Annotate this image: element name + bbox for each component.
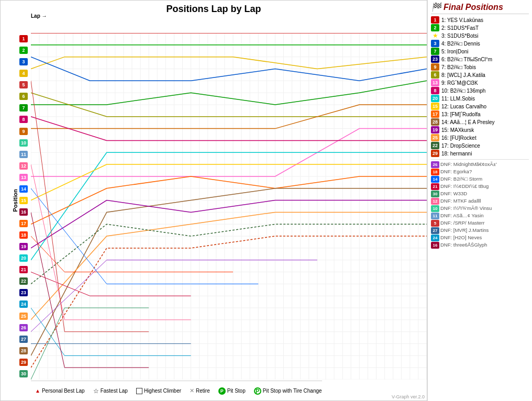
finisher-entry: 2918: hermanni — [431, 150, 529, 157]
legend-label: Retire — [196, 388, 210, 394]
y-num-14: 14 — [10, 183, 30, 195]
finisher-entry: 2814: AAã…¦ E A Presley — [431, 118, 529, 126]
dnf-entry: 5DNF: /SRP/ Masterr — [431, 220, 529, 227]
y-num-1: 1 — [10, 33, 30, 44]
dnf-badge: 30 — [431, 191, 439, 197]
pit-stop-tire-icon: P — [254, 387, 261, 395]
y-num-20: 20 — [10, 252, 30, 264]
legend-label: Fastest Lap — [101, 388, 128, 394]
pos-badge: 17 — [431, 110, 439, 118]
y-num-5: 5 — [10, 79, 30, 91]
y-num-21: 21 — [10, 264, 30, 275]
y-num-2: 2 — [10, 44, 30, 56]
finisher-entry: 139: RGˆM@Cl3K — [431, 79, 529, 86]
y-num-27: 27 — [10, 333, 30, 345]
pos-badge: 8 — [431, 87, 439, 94]
finisher-name: 11: LLM.Sobis — [441, 96, 475, 102]
dnf-badge: 12 — [431, 198, 439, 205]
dnf-entry: 30DNF: W33D — [431, 191, 529, 197]
dnf-entry: 27DNF: [MVR] J.Martins — [431, 227, 529, 234]
finisher-entry: 11: YES V.Lakūnas — [431, 16, 529, 24]
y-num-26: 26 — [10, 322, 30, 333]
pos-badge: 29 — [431, 150, 439, 157]
finisher-entry: 1915: MAXkursk — [431, 126, 529, 133]
chart-title: Positions Lap by Lap — [1, 1, 427, 16]
dnf-entry: 12DNF: MTKF adallll — [431, 198, 529, 205]
pos-badge: 28 — [431, 118, 439, 126]
chart-area: Positions Lap by Lap Lap → Position 1234… — [0, 0, 427, 401]
finisher-name: 2: S1DUS*FasT — [441, 25, 479, 31]
version-label: V-Graph ver.2.0 — [392, 394, 425, 399]
finisher-name: 17: DropScience — [441, 143, 480, 149]
legend-item: PPit Stop — [218, 387, 246, 395]
highest-climber-icon — [136, 388, 142, 394]
dnf-entry: 10DNF: ï½²ï¾'mÃ® Vinsu — [431, 205, 529, 212]
y-num-25: 25 — [10, 310, 30, 322]
y-num-23: 23 — [10, 287, 30, 298]
pit-stop-icon: P — [218, 387, 226, 395]
sidebar-title: 🏁 Final Positions — [431, 2, 529, 14]
legend-label: Personal Best Lap — [42, 388, 85, 394]
dnf-entry: 16DNF: three6ÅŠGlyph — [431, 242, 529, 249]
dnf-badge: 14 — [431, 176, 439, 183]
trophy-icon: 🏁 — [431, 2, 441, 12]
star-badge: ★ — [431, 32, 439, 39]
finisher-name: 15: MAXkursk — [441, 127, 474, 133]
pos-badge: 23 — [431, 55, 439, 63]
finisher-entry: 22: S1DUS*FasT — [431, 24, 529, 31]
y-num-3: 3 — [10, 56, 30, 68]
dnf-badge: 26 — [431, 161, 439, 168]
pos-badge: 9 — [431, 63, 439, 71]
finisher-entry: 34: B2i¾□ Dennis — [431, 40, 529, 47]
y-num-16: 16 — [10, 206, 30, 218]
pos-badge: 6 — [431, 71, 439, 79]
finisher-name: 9: RGˆM@Cl3K — [441, 80, 478, 86]
y-num-9: 9 — [10, 126, 30, 137]
finisher-entry: 75: Iron|Doni — [431, 48, 529, 55]
dnf-badge: 18 — [431, 169, 439, 175]
dnf-entry: 21DNF: ï½¢DDï½£ tBug — [431, 183, 529, 190]
finisher-name: 8: [WCL] J.A.Katila — [441, 72, 485, 78]
finishers-list: 11: YES V.Lakūnas22: S1DUS*FasT★3: S1DUS… — [431, 16, 529, 157]
legend-label: Pit Stop — [227, 388, 246, 394]
y-num-18: 18 — [10, 229, 30, 241]
finisher-entry: 236: B2i¾□ Tl‰lSnCl°m — [431, 55, 529, 63]
y-num-12: 12 — [10, 160, 30, 172]
y-num-8: 8 — [10, 114, 30, 125]
y-num-29: 29 — [10, 357, 30, 368]
legend-label: Highest Climber — [144, 388, 181, 394]
finisher-name: 1: YES V.Lakūnas — [441, 17, 483, 23]
finisher-name: 5: Iron|Doni — [441, 49, 469, 54]
dnf-entry: 18DNF: Egorka? — [431, 169, 529, 175]
dnf-entry: 14DNF: B2i¾□ Storm — [431, 176, 529, 183]
y-num-11: 11 — [10, 149, 30, 160]
finisher-name: 18: hermanni — [441, 151, 472, 157]
legend-item: Highest Climber — [136, 388, 181, 394]
finisher-name: 3: S1DUS*Botsi — [441, 33, 479, 39]
legend-item: PPit Stop with Tire Change — [254, 387, 322, 395]
y-num-28: 28 — [10, 345, 30, 357]
lap-arrow: Lap → — [31, 13, 47, 19]
fastest-lap-icon: ☆ — [93, 387, 99, 395]
dnf-entry: 11DNF: ASã…¢ Yasin — [431, 213, 529, 219]
finisher-entry: 1713: [FM]ˆRudolfa — [431, 110, 529, 118]
y-num-19: 19 — [10, 241, 30, 252]
y-num-17: 17 — [10, 218, 30, 229]
legend-label: Pit Stop with Tire Change — [263, 388, 322, 394]
legend-bar: ▲Personal Best Lap☆Fastest LapHighest Cl… — [31, 381, 322, 400]
finisher-name: 14: AAã…¦ E A Presley — [441, 119, 495, 125]
legend-item: ✕Retire — [190, 387, 210, 394]
y-num-13: 13 — [10, 172, 30, 183]
finisher-name: 12: Lucas Carvalho — [441, 104, 486, 109]
dnf-list: 26DNF: MidnightMã€¢oxÃ±'18DNF: Egorka?14… — [431, 159, 529, 249]
dnf-entry: 24DNF: [H2O] Neves — [431, 235, 529, 241]
dnf-badge: 21 — [431, 183, 439, 190]
retire-icon: ✕ — [190, 387, 194, 394]
dnf-badge: 27 — [431, 227, 439, 234]
sidebar: 🏁 Final Positions 11: YES V.Lakūnas22: S… — [427, 0, 532, 401]
y-num-22: 22 — [10, 275, 30, 287]
pos-badge: 3 — [431, 40, 439, 47]
y-num-30: 30 — [10, 368, 30, 380]
pos-badge: 19 — [431, 126, 439, 133]
dnf-badge: 16 — [431, 242, 439, 249]
